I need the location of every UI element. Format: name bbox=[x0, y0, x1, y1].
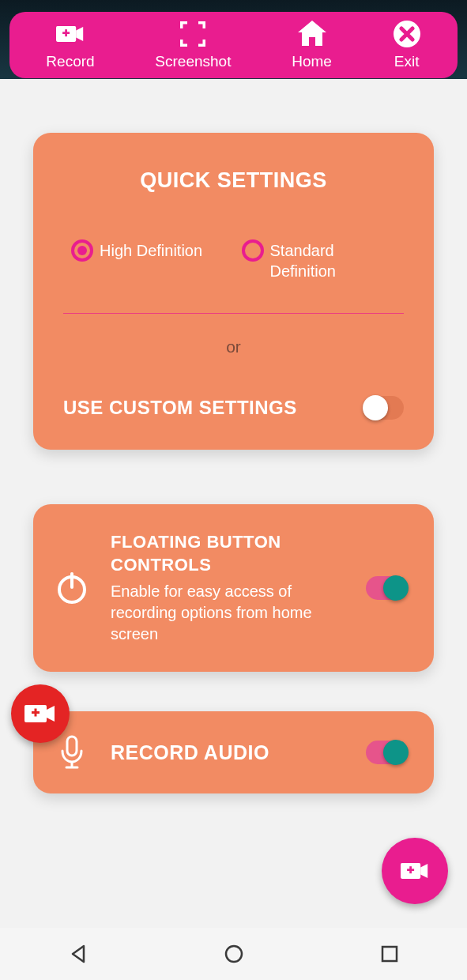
fab-record-left[interactable] bbox=[11, 684, 70, 743]
quick-settings-card: QUICK SETTINGS High Definition Standard … bbox=[33, 133, 434, 450]
radio-unselected-icon bbox=[242, 239, 264, 262]
svg-rect-16 bbox=[382, 947, 397, 961]
nav-back-icon[interactable] bbox=[68, 944, 89, 964]
audio-toggle[interactable] bbox=[366, 741, 407, 764]
floating-title: FLOATING BUTTON CONTROLS bbox=[111, 531, 347, 576]
system-nav-bar bbox=[0, 928, 467, 980]
exit-label: Exit bbox=[394, 53, 420, 70]
home-button[interactable]: Home bbox=[292, 20, 332, 70]
svg-rect-2 bbox=[65, 29, 67, 36]
record-camera-icon bbox=[24, 702, 56, 726]
quick-settings-title: QUICK SETTINGS bbox=[63, 168, 404, 193]
radio-hd[interactable]: High Definition bbox=[71, 240, 234, 262]
floating-text: FLOATING BUTTON CONTROLS Enable for easy… bbox=[111, 531, 347, 645]
radio-sd[interactable]: Standard Definition bbox=[242, 240, 405, 281]
svg-rect-14 bbox=[409, 866, 412, 873]
exit-button[interactable]: Exit bbox=[393, 20, 421, 70]
screenshot-label: Screenshot bbox=[155, 53, 231, 70]
home-label: Home bbox=[292, 53, 332, 70]
power-icon bbox=[52, 570, 92, 606]
svg-rect-6 bbox=[67, 737, 77, 756]
radio-selected-icon bbox=[71, 239, 93, 262]
radio-sd-label: Standard Definition bbox=[270, 240, 405, 281]
svg-point-15 bbox=[226, 946, 242, 962]
floating-controls-card: FLOATING BUTTON CONTROLS Enable for easy… bbox=[33, 504, 434, 672]
custom-settings-row: USE CUSTOM SETTINGS bbox=[63, 396, 404, 420]
record-camera-icon bbox=[401, 860, 429, 882]
home-icon bbox=[298, 20, 326, 48]
screenshot-button[interactable]: Screenshot bbox=[155, 20, 231, 70]
divider bbox=[63, 313, 404, 314]
close-icon bbox=[393, 20, 421, 48]
svg-rect-11 bbox=[35, 709, 37, 717]
record-audio-card: RECORD AUDIO bbox=[33, 711, 434, 793]
screenshot-icon bbox=[179, 20, 207, 48]
record-button[interactable]: Record bbox=[46, 20, 94, 70]
fab-record-right[interactable] bbox=[382, 838, 448, 904]
custom-settings-toggle[interactable] bbox=[363, 396, 404, 420]
nav-recent-icon[interactable] bbox=[380, 944, 399, 963]
nav-home-icon[interactable] bbox=[224, 944, 244, 964]
floating-desc: Enable for easy access of recording opti… bbox=[111, 581, 347, 645]
quality-radio-group: High Definition Standard Definition bbox=[63, 240, 404, 281]
mic-icon bbox=[52, 735, 92, 770]
floating-toggle[interactable] bbox=[366, 576, 407, 600]
record-camera-icon bbox=[56, 20, 85, 48]
audio-title: RECORD AUDIO bbox=[111, 741, 347, 764]
record-label: Record bbox=[46, 53, 94, 70]
radio-hd-label: High Definition bbox=[100, 240, 202, 261]
or-label: or bbox=[63, 337, 404, 356]
custom-settings-label: USE CUSTOM SETTINGS bbox=[63, 396, 297, 420]
top-toolbar: Record Screenshot Home Exit bbox=[9, 12, 458, 78]
